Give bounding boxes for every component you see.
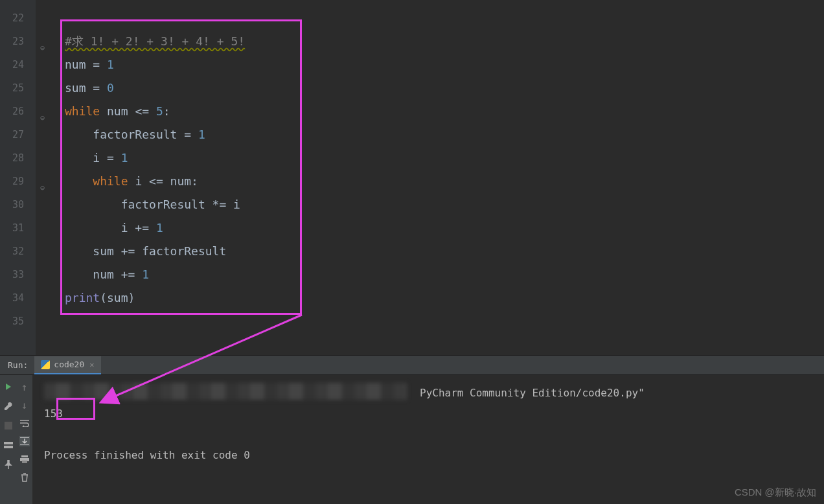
watermark: CSDN @新晓·故知 [735,487,816,499]
line-number: 30 [0,193,36,216]
blurred-path [44,383,407,400]
line-number: 22 [0,6,36,30]
trash-icon[interactable] [19,472,30,483]
line-number: 23 [0,30,36,53]
wrench-icon[interactable] [3,401,14,411]
line-number: 25 [0,76,36,100]
rerun-icon[interactable] [3,382,14,392]
run-toolbar-left [0,375,16,504]
down-arrow-icon[interactable]: ↓ [19,400,30,410]
line-number: 33 [0,263,36,286]
run-tab[interactable]: code20 ✕ [34,356,100,374]
line-number: 31 [0,216,36,240]
fold-marker-icon[interactable]: ⊖ [40,176,47,187]
stop-icon[interactable] [3,420,14,431]
run-header: Run: code20 ✕ [0,356,824,375]
line-number: 24 [0,53,36,76]
code-comment: #求 1! + 2! + 3! + 4! + 5! [65,34,245,48]
fold-marker-icon[interactable]: ⊖ [40,106,47,117]
line-number-gutter: 22 23 24 25 26 27 28 29 30 31 32 33 34 3… [0,0,36,355]
console-output[interactable]: PyCharm Community Edition/code20.py" 153… [32,375,824,504]
python-file-icon [41,360,50,369]
line-number: 32 [0,240,36,263]
svg-rect-5 [22,461,27,463]
run-panel: Run: code20 ✕ ↑ ↓ PyCharm Community Edit… [0,355,824,504]
line-number: 34 [0,286,36,310]
soft-wrap-icon[interactable] [19,418,30,428]
line-number: 29 [0,170,36,193]
exit-code-line: Process finished with exit code 0 [44,445,812,466]
line-number: 27 [0,123,36,146]
scroll-to-end-icon[interactable] [19,436,30,446]
layout-icon[interactable] [3,440,14,450]
up-arrow-icon[interactable]: ↑ [19,382,30,392]
svg-rect-1 [4,442,13,444]
print-icon[interactable] [19,454,30,464]
pin-icon[interactable] [3,459,14,470]
output-result: 153 [44,404,63,424]
line-number: 26 [0,100,36,123]
run-tab-label: code20 [54,360,84,369]
editor-pane: 22 23 24 25 26 27 28 29 30 31 32 33 34 3… [0,0,824,355]
line-number: 35 [0,310,36,333]
run-toolbar-nav: ↑ ↓ [16,375,32,504]
svg-rect-3 [21,455,28,457]
svg-rect-2 [4,446,13,448]
run-label: Run: [8,360,28,370]
line-number: 28 [0,146,36,170]
fold-marker-icon[interactable]: ⊖ [40,36,47,47]
run-path-text: PyCharm Community Edition/code20.py" [420,383,645,404]
svg-rect-0 [5,422,12,430]
code-area[interactable]: ⊖#求 1! + 2! + 3! + 4! + 5! num = 1 sum =… [36,0,824,355]
close-tab-icon[interactable]: ✕ [89,360,94,369]
